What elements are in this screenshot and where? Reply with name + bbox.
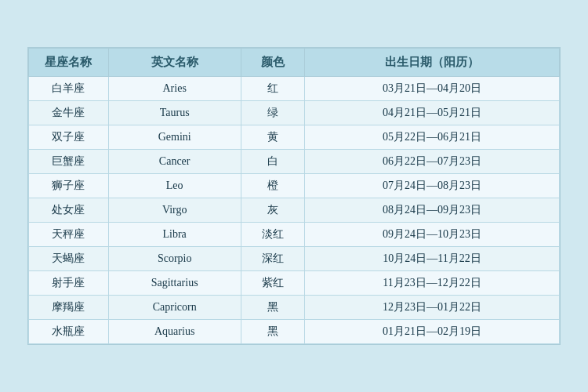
table-row: 处女座Virgo灰08月24日—09月23日	[29, 198, 560, 223]
cell-chinese: 处女座	[29, 198, 109, 223]
cell-english: Leo	[108, 174, 241, 198]
cell-color: 橙	[241, 174, 304, 198]
table-row: 巨蟹座Cancer白06月22日—07月23日	[29, 150, 560, 174]
cell-english: Capricorn	[108, 296, 241, 320]
cell-chinese: 射手座	[29, 271, 109, 296]
cell-date: 06月22日—07月23日	[305, 150, 560, 174]
table-row: 金牛座Taurus绿04月21日—05月21日	[29, 101, 560, 125]
cell-chinese: 水瓶座	[29, 320, 109, 344]
cell-chinese: 天秤座	[29, 223, 109, 247]
cell-color: 紫红	[241, 271, 304, 296]
cell-color: 深红	[241, 247, 304, 271]
cell-date: 01月21日—02月19日	[305, 320, 560, 344]
cell-english: Taurus	[108, 101, 241, 125]
cell-english: Aries	[108, 77, 241, 101]
cell-color: 灰	[241, 198, 304, 223]
table-row: 双子座Gemini黄05月22日—06月21日	[29, 125, 560, 150]
cell-english: Gemini	[108, 125, 241, 150]
cell-date: 12月23日—01月22日	[305, 296, 560, 320]
header-color: 颜色	[241, 49, 304, 77]
cell-english: Virgo	[108, 198, 241, 223]
cell-color: 红	[241, 77, 304, 101]
zodiac-table-container: 星座名称 英文名称 颜色 出生日期（阳历） 白羊座Aries红03月21日—04…	[27, 47, 561, 345]
table-row: 狮子座Leo橙07月24日—08月23日	[29, 174, 560, 198]
cell-english: Scorpio	[108, 247, 241, 271]
header-chinese: 星座名称	[29, 49, 109, 77]
cell-date: 05月22日—06月21日	[305, 125, 560, 150]
cell-date: 07月24日—08月23日	[305, 174, 560, 198]
cell-chinese: 金牛座	[29, 101, 109, 125]
cell-date: 04月21日—05月21日	[305, 101, 560, 125]
cell-date: 09月24日—10月23日	[305, 223, 560, 247]
cell-chinese: 巨蟹座	[29, 150, 109, 174]
cell-chinese: 双子座	[29, 125, 109, 150]
cell-color: 白	[241, 150, 304, 174]
cell-chinese: 摩羯座	[29, 296, 109, 320]
cell-english: Aquarius	[108, 320, 241, 344]
cell-date: 08月24日—09月23日	[305, 198, 560, 223]
table-row: 射手座Sagittarius紫红11月23日—12月22日	[29, 271, 560, 296]
zodiac-table: 星座名称 英文名称 颜色 出生日期（阳历） 白羊座Aries红03月21日—04…	[28, 48, 560, 344]
cell-chinese: 白羊座	[29, 77, 109, 101]
table-row: 天秤座Libra淡红09月24日—10月23日	[29, 223, 560, 247]
table-row: 摩羯座Capricorn黑12月23日—01月22日	[29, 296, 560, 320]
cell-english: Libra	[108, 223, 241, 247]
cell-color: 淡红	[241, 223, 304, 247]
table-row: 白羊座Aries红03月21日—04月20日	[29, 77, 560, 101]
table-row: 天蝎座Scorpio深红10月24日—11月22日	[29, 247, 560, 271]
cell-date: 11月23日—12月22日	[305, 271, 560, 296]
cell-chinese: 天蝎座	[29, 247, 109, 271]
cell-color: 黑	[241, 320, 304, 344]
cell-color: 黄	[241, 125, 304, 150]
cell-color: 绿	[241, 101, 304, 125]
table-header-row: 星座名称 英文名称 颜色 出生日期（阳历）	[29, 49, 560, 77]
cell-chinese: 狮子座	[29, 174, 109, 198]
table-row: 水瓶座Aquarius黑01月21日—02月19日	[29, 320, 560, 344]
cell-english: Cancer	[108, 150, 241, 174]
header-english: 英文名称	[108, 49, 241, 77]
cell-date: 10月24日—11月22日	[305, 247, 560, 271]
header-date: 出生日期（阳历）	[305, 49, 560, 77]
cell-color: 黑	[241, 296, 304, 320]
cell-english: Sagittarius	[108, 271, 241, 296]
table-body: 白羊座Aries红03月21日—04月20日金牛座Taurus绿04月21日—0…	[29, 77, 560, 344]
cell-date: 03月21日—04月20日	[305, 77, 560, 101]
